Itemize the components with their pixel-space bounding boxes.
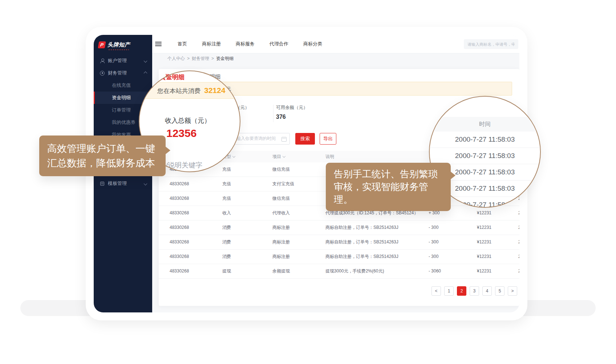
divider: [273, 105, 273, 122]
breadcrumb: 个人中心>财务管理>资金明细: [152, 53, 519, 64]
date-input[interactable]: [233, 133, 282, 143]
breadcrumb-separator: >: [187, 56, 190, 61]
pagination-page[interactable]: 5: [495, 286, 504, 296]
chevron-down-icon: [144, 182, 147, 185]
header-project[interactable]: 项目: [272, 151, 285, 162]
pagination-page[interactable]: 3: [470, 286, 479, 296]
cell-order: 48330268: [170, 221, 189, 235]
logo-icon: P: [98, 41, 106, 48]
cell-amount: - 300: [429, 221, 438, 235]
cell-time: 2000-7-27 11:58:03: [518, 206, 519, 220]
cell-time: 2000-7-27 11:58:03: [518, 221, 519, 235]
cell-type: 充值: [222, 162, 231, 177]
cell-project: 余额提现: [272, 264, 290, 278]
logo-subtext-decoration: [109, 49, 129, 50]
sidebar-item-label: 模板管理: [108, 180, 127, 187]
magnified-stat-value: 12356: [166, 127, 196, 139]
sidebar-subitem-item[interactable]: 在线充值: [94, 79, 152, 92]
cell-order: 48330268: [170, 191, 189, 206]
stat-value: 376: [276, 114, 308, 120]
cell-order: 48330268: [170, 235, 189, 249]
magnified-time-cell: 2000-7-27 11:58:03: [430, 132, 540, 148]
nav-item[interactable]: 商标分类: [303, 41, 322, 47]
top-bar: 首页商标注册商标服务代理合作商标分类: [152, 35, 519, 53]
finance-icon: [100, 71, 105, 76]
pagination-next[interactable]: >: [508, 286, 517, 296]
callout-arrow: [165, 146, 170, 154]
sort-icon[interactable]: [283, 155, 285, 158]
breadcrumb-item[interactable]: 资金明细: [216, 56, 234, 61]
calendar-icon: [281, 137, 287, 142]
user-icon: [100, 58, 105, 63]
page-background: P 头牌知产 账户管理 财务管理 在线充值资金明细订单管理我的优: [0, 0, 616, 364]
cell-time: 2000-7-27 11:58:03: [518, 264, 519, 278]
pagination-page[interactable]: 2: [457, 286, 466, 296]
cell-project: 微信充值: [272, 162, 290, 177]
cell-desc: 商标自助注册，订单号：SB2514263J: [325, 235, 398, 249]
cell-project: 商标注册: [272, 221, 290, 235]
cell-project: 商标注册: [272, 250, 290, 264]
pagination-page[interactable]: 4: [482, 286, 492, 296]
chevron-up-icon: [144, 71, 147, 75]
sidebar-item-account[interactable]: 账户管理: [94, 54, 152, 67]
table-row[interactable]: 48330268消费商标注册商标自助注册，订单号：SB2514263J- 300…: [159, 221, 519, 235]
sort-icon[interactable]: [232, 155, 235, 158]
stat-balance: 可用余额（元） 376: [276, 105, 308, 120]
cell-type: 提现: [222, 264, 231, 278]
nav-item[interactable]: 首页: [178, 41, 187, 47]
pagination-page[interactable]: 1: [444, 286, 454, 296]
nav-item[interactable]: 商标服务: [236, 41, 255, 47]
sidebar-item-template[interactable]: 模板管理: [94, 177, 152, 190]
cell-desc: 商标自助注册，订单号：SB2514263J: [325, 221, 398, 235]
magnified-time-cell: 2000-7-27 11:58:03: [430, 148, 540, 164]
cell-money: ¥12231: [477, 206, 491, 220]
trademark-search-input[interactable]: [464, 39, 518, 49]
pagination: <12345>: [431, 286, 517, 296]
date-picker[interactable]: [232, 133, 290, 145]
cell-time: 2000-7-27 11:58:03: [518, 250, 519, 264]
callout-arrow: [450, 171, 455, 179]
cell-desc: 提现3000元，手续费2%(60元): [325, 264, 384, 278]
pagination-prev[interactable]: <: [431, 286, 441, 296]
sidebar-item-finance[interactable]: 财务管理: [94, 67, 152, 79]
cell-amount: - 300: [429, 250, 438, 264]
cell-order: 48330268: [170, 250, 189, 264]
chevron-down-icon: [144, 59, 147, 62]
cell-money: ¥12231: [477, 264, 491, 278]
callout-right: 告别手工统计、告别繁琐 审核，实现智能财务管 理。: [326, 163, 451, 211]
export-button[interactable]: 导出: [320, 133, 336, 145]
table-row[interactable]: 48330268提现余额提现提现3000元，手续费2%(60元)- 3060¥1…: [159, 264, 519, 279]
nav-item[interactable]: 代理合作: [270, 41, 288, 47]
magnified-time-header: 时间: [430, 117, 540, 132]
cell-time: 2000-7-27 11:58:03: [518, 235, 519, 249]
cell-type: 充值: [222, 191, 231, 206]
cell-order: 48330268: [170, 177, 189, 191]
cell-money: ¥12231: [477, 221, 491, 235]
cell-desc: 商标自助注册，订单号：SB2514263J: [325, 250, 398, 264]
cell-type: 消费: [222, 221, 231, 235]
sidebar-item-label: 账户管理: [108, 57, 127, 64]
cell-project: 支付宝充值: [272, 177, 294, 191]
top-nav: 首页商标注册商标服务代理合作商标分类: [178, 41, 322, 47]
magnified-stat-label: 收入总额（元）: [165, 116, 211, 125]
cell-type: 充值: [222, 177, 231, 191]
table-row[interactable]: 48330268消费商标注册商标自助注册，订单号：SB2514263J- 300…: [159, 250, 519, 264]
cell-project: 微信充值: [272, 191, 290, 206]
cell-project: 代理收入: [272, 206, 290, 220]
header-desc: 说明: [325, 151, 334, 162]
nav-item[interactable]: 商标注册: [202, 41, 221, 47]
cell-type: 消费: [222, 250, 231, 264]
search-button[interactable]: 搜索: [295, 133, 315, 145]
logo: P 头牌知产: [94, 35, 152, 48]
cell-amount: - 300: [429, 235, 438, 249]
breadcrumb-item[interactable]: 财务管理: [192, 56, 209, 61]
table-row[interactable]: 48330268消费商标注册商标自助注册，订单号：SB2514263J- 300…: [159, 235, 519, 250]
cell-money: ¥12231: [477, 250, 491, 264]
sidebar-item-label: 财务管理: [108, 70, 127, 76]
cell-project: 商标注册: [272, 235, 290, 249]
breadcrumb-item[interactable]: 个人中心: [167, 56, 185, 61]
cell-type: 消费: [222, 235, 231, 249]
cell-order: 48330268: [170, 206, 189, 220]
hamburger-menu-icon[interactable]: [155, 42, 162, 46]
cell-money: ¥12231: [477, 235, 491, 249]
